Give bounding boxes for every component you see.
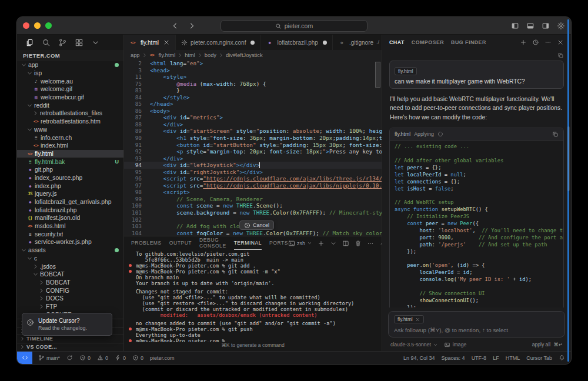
- remote-indicator[interactable]: [17, 352, 32, 364]
- tree-folder-retrobattlestations-files[interactable]: retrobattlestations_files: [17, 109, 123, 118]
- tree-file-welcome.au[interactable]: ♪welcome.au: [17, 77, 123, 85]
- code-line-2[interactable]: 2<html lang="en">: [124, 60, 382, 67]
- code-line-91[interactable]: 91 <button id="startButton" style="paddi…: [124, 142, 382, 149]
- tree-file-fly.html.bak[interactable]: ≡fly.html.bakU: [17, 158, 123, 166]
- explorer-icon[interactable]: [25, 38, 34, 47]
- code-line-96[interactable]: 96 <script src="https://cdnjs.cloudflare…: [124, 175, 382, 182]
- code-line-100[interactable]: 100 const scene = new THREE.Scene();: [124, 202, 382, 209]
- tab-fly.html[interactable]: <>fly.html: [124, 35, 176, 50]
- warnings-indicator[interactable]: 0: [97, 355, 108, 361]
- remove-context-icon[interactable]: [415, 317, 420, 322]
- code-line-92[interactable]: 92 <p style="margin-top: 20px; font-size…: [124, 148, 382, 155]
- command-center-search[interactable]: pieter.com: [220, 20, 368, 32]
- update-notification[interactable]: Update Cursor? Read the changelog.: [22, 313, 112, 336]
- code-line-94[interactable]: 94 <div id="leftJoystick"></div>: [124, 162, 382, 169]
- tree-folder-config[interactable]: CONFIG: [17, 286, 123, 295]
- panel-tab-output[interactable]: OUTPUT: [169, 236, 192, 250]
- panel-tab-problems[interactable]: PROBLEMS: [131, 236, 162, 250]
- tree-folder-bobcat[interactable]: BOBCAT: [17, 270, 123, 279]
- toggle-sidebar-icon[interactable]: [511, 22, 519, 30]
- new-chat-button[interactable]: [520, 39, 527, 46]
- apply-all-button[interactable]: apply all ⌘↵: [532, 342, 563, 347]
- tree-file-welcome.gif[interactable]: ▨welcome.gif: [17, 85, 123, 93]
- tree-file-info.cern.ch[interactable]: ≡info.cern.ch: [17, 133, 123, 142]
- zap-indicator[interactable]: 0: [115, 355, 126, 361]
- breadcrumb-item-body[interactable]: body: [204, 52, 217, 58]
- chat-tab-composer[interactable]: COMPOSER: [412, 39, 444, 45]
- tree-file-service-worker.js.php[interactable]: ◆service-worker.js.php: [17, 238, 123, 246]
- breadcrumb-item-html[interactable]: html: [184, 52, 196, 58]
- tree-file-index.php[interactable]: ◆index.php: [17, 182, 123, 190]
- section-vs-code...[interactable]: VS CODE...: [17, 343, 123, 351]
- breadcrumb-item-div#leftjoystick[interactable]: div#leftJoystick: [225, 52, 263, 58]
- chat-input[interactable]: fly.html Ask followup (⌘Y), @ to mention…: [388, 311, 565, 337]
- chat-more-button[interactable]: [544, 39, 552, 46]
- code-line-88[interactable]: 88 </div>: [124, 121, 382, 128]
- tree-folder-reddit[interactable]: reddit: [17, 101, 123, 109]
- tree-folder-app[interactable]: app: [17, 61, 123, 69]
- tree-folder-assets[interactable]: assets: [17, 246, 123, 255]
- language-mode-indicator[interactable]: HTML: [506, 355, 520, 361]
- encoding-indicator[interactable]: UTF-8: [472, 355, 487, 361]
- tree-folder-www[interactable]: www: [17, 126, 123, 134]
- tree-file-security.txt[interactable]: ≡security.txt: [17, 230, 123, 238]
- tree-file-index-source.php[interactable]: ◆index_source.php: [17, 174, 123, 182]
- tree-file-jquery.js[interactable]: JSjquery.js: [17, 190, 123, 198]
- cancel-apply-button[interactable]: Cancel: [239, 220, 274, 230]
- search-icon[interactable]: [42, 38, 51, 47]
- tree-folder-c[interactable]: c: [17, 255, 123, 263]
- panel-more-actions-button[interactable]: [367, 240, 374, 247]
- code-line-101[interactable]: 101 scene.background = new THREE.Color(0…: [124, 209, 382, 216]
- copy-icon[interactable]: [557, 52, 564, 59]
- dismiss-notification-icon[interactable]: [26, 319, 34, 326]
- chat-tab-bug-finder[interactable]: BUG FINDER: [451, 39, 486, 45]
- settings-gear-icon[interactable]: [557, 22, 565, 30]
- tab-pieter.com.nginx.conf[interactable]: pieter.com.nginx.conf: [176, 35, 261, 50]
- minimize-window-button[interactable]: [34, 22, 41, 29]
- breadcrumb-item-fly.html[interactable]: fly.html: [158, 52, 176, 58]
- kill-terminal-button[interactable]: [355, 240, 362, 247]
- ports-indicator[interactable]: 0: [132, 355, 143, 361]
- toggle-secondary-sidebar-icon[interactable]: [542, 22, 550, 30]
- errors-indicator[interactable]: 0: [79, 355, 91, 361]
- activity-overflow-chevron-icon[interactable]: [91, 38, 100, 47]
- notifications-bell[interactable]: [559, 355, 565, 361]
- terminal-shell-selector[interactable]: zsh: [288, 240, 312, 247]
- explorer-header[interactable]: PIETER.COM: [17, 50, 123, 61]
- eol-indicator[interactable]: LF: [493, 355, 499, 361]
- code-line-3[interactable]: 3<head>: [124, 67, 382, 74]
- tree-file-msdos.html[interactable]: <>msdos.html: [17, 222, 123, 230]
- code-line-97[interactable]: 97 <script src="https://cdnjs.cloudflare…: [124, 182, 382, 189]
- tree-folder-ftp[interactable]: FTP: [17, 303, 123, 311]
- tree-folder-.jsdos[interactable]: .jsdos: [17, 262, 123, 270]
- extensions-icon[interactable]: [75, 38, 83, 47]
- tab-lofiatcbrazil.php[interactable]: ◆lofiatcbrazil.php: [260, 35, 332, 50]
- toggle-panel-icon[interactable]: [526, 22, 534, 30]
- split-terminal-button[interactable]: [342, 240, 349, 247]
- terminal-output[interactable]: To github.com:levelsio/pieter.com.git 5f…: [124, 250, 382, 342]
- tab-.gitignore[interactable]: ◇.gitignore./: [333, 35, 385, 50]
- source-control-icon[interactable]: [58, 38, 67, 47]
- tree-file-manifest.json.old[interactable]: {}manifest.json.old: [17, 214, 123, 222]
- indentation-indicator[interactable]: Spaces: 4: [442, 355, 465, 361]
- back-icon[interactable]: [171, 22, 179, 30]
- code-line-95[interactable]: 95 <div id="rightJoystick"></div>: [124, 169, 382, 176]
- code-line-83[interactable]: 83 }: [124, 87, 382, 94]
- zoom-window-button[interactable]: [45, 22, 52, 29]
- terminal-launch-chevron[interactable]: [330, 240, 337, 247]
- code-line-75[interactable]: 75 @media (max-width: 768px) {: [124, 81, 382, 88]
- close-window-button[interactable]: [23, 22, 29, 29]
- new-terminal-button[interactable]: [318, 240, 325, 247]
- tree-file-retrobattlestations.htm[interactable]: <>retrobattlestations.htm: [17, 118, 123, 126]
- code-line-85[interactable]: 85</head>: [124, 101, 382, 108]
- code-line-93[interactable]: 93 </div>: [124, 155, 382, 162]
- code-line-86[interactable]: 86<body>: [124, 108, 382, 115]
- tree-folder-isp[interactable]: isp: [17, 69, 123, 78]
- tree-file-index.html[interactable]: <>index.html: [17, 142, 123, 150]
- tree-file-git.php[interactable]: ◆git.php: [17, 166, 123, 174]
- code-line-84[interactable]: 84 </style>: [124, 94, 382, 101]
- tree-folder-bobcat[interactable]: BOBCAT: [17, 279, 123, 287]
- tree-file-lofiatcbrazil-get-arrivals.php[interactable]: ◆lofiatcbrazil_get_arrivals.php: [17, 198, 123, 206]
- forward-icon[interactable]: [188, 22, 196, 30]
- model-selector[interactable]: claude-3.5-sonnet: [390, 342, 438, 347]
